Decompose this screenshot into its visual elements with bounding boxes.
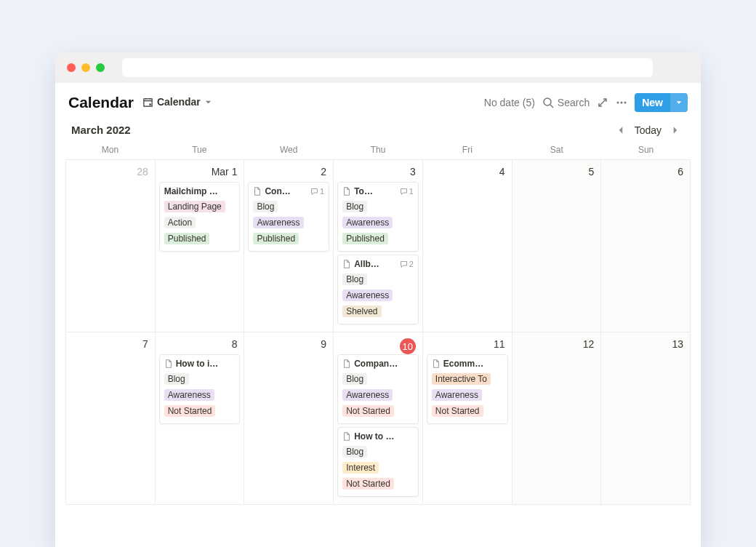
day-cell[interactable]: 12 xyxy=(512,332,602,505)
dow-wed: Wed xyxy=(244,142,334,159)
page-icon xyxy=(342,359,351,368)
view-switcher[interactable]: Calendar xyxy=(141,93,214,112)
no-date-filter[interactable]: No date (5) xyxy=(484,97,535,108)
dow-sat: Sat xyxy=(512,142,601,159)
search-label: Search xyxy=(558,97,590,108)
svg-rect-0 xyxy=(149,103,150,105)
page-icon xyxy=(342,432,351,441)
page-icon xyxy=(432,359,441,368)
prev-month-button[interactable] xyxy=(616,125,626,135)
day-cell[interactable]: 8 How to i…BlogAwarenessNot Started xyxy=(156,332,245,505)
maximize-window-button[interactable] xyxy=(96,63,105,72)
event-card[interactable]: Allb…2BlogAwarenessShelved xyxy=(337,255,419,324)
day-number: 6 xyxy=(605,164,686,182)
event-card[interactable]: Con…1BlogAwarenessPublished xyxy=(248,182,329,252)
event-card[interactable]: To…1BlogAwarenessPublished xyxy=(337,182,419,252)
event-title: Mailchimp … xyxy=(164,186,236,196)
dow-thu: Thu xyxy=(334,142,423,159)
more-icon[interactable] xyxy=(616,97,627,108)
svg-point-4 xyxy=(621,102,623,104)
tag-blog: Blog xyxy=(253,201,278,212)
tag-blog: Blog xyxy=(342,446,367,458)
day-cell[interactable]: 4 xyxy=(423,160,512,332)
day-number: 28 xyxy=(70,164,151,182)
page-toolbar: Calendar Calendar No date (5) Search New xyxy=(55,83,701,119)
dow-sun: Sun xyxy=(601,142,691,159)
event-title: Allb… xyxy=(354,259,397,269)
page-title: Calendar xyxy=(68,94,134,111)
comment-count: 2 xyxy=(400,260,414,268)
day-number: 13 xyxy=(605,337,686,354)
day-number: 2 xyxy=(248,164,329,182)
tag-interest: Interest xyxy=(342,462,379,474)
tag-awareness: Awareness xyxy=(432,389,482,401)
tag-blog: Blog xyxy=(342,201,367,212)
day-cell[interactable]: 3 To…1BlogAwarenessPublished Allb…2BlogA… xyxy=(334,160,423,332)
event-card[interactable]: Compan…BlogAwarenessNot Started xyxy=(337,354,419,424)
month-nav: March 2022 Today xyxy=(55,119,701,142)
view-label: Calendar xyxy=(157,96,201,108)
close-window-button[interactable] xyxy=(67,63,76,72)
month-label: March 2022 xyxy=(71,124,131,136)
new-button-dropdown[interactable] xyxy=(670,93,688,112)
day-cell[interactable]: Mar 1 Mailchimp …Landing PageActionPubli… xyxy=(156,160,245,332)
comment-count: 1 xyxy=(310,187,324,196)
dow-mon: Mon xyxy=(65,142,155,159)
day-number: Mar 1 xyxy=(159,164,241,182)
day-cell[interactable]: 10 Compan…BlogAwarenessNot Started How t… xyxy=(334,332,423,505)
tag-int-tool: Interactive To xyxy=(432,373,491,385)
event-title: Con… xyxy=(265,186,307,196)
comment-icon xyxy=(400,188,408,196)
search-button[interactable]: Search xyxy=(542,97,590,108)
chevron-down-icon xyxy=(204,98,212,106)
app-window: Calendar Calendar No date (5) Search New… xyxy=(55,52,701,547)
svg-point-1 xyxy=(544,98,551,105)
page-icon xyxy=(342,260,351,268)
weekday-header: Mon Tue Wed Thu Fri Sat Sun xyxy=(55,142,701,159)
tag-awareness: Awareness xyxy=(342,217,393,228)
expand-icon[interactable] xyxy=(597,97,608,108)
tag-blog: Blog xyxy=(164,373,189,385)
event-card[interactable]: Mailchimp …Landing PageActionPublished xyxy=(159,182,241,252)
tag-awareness: Awareness xyxy=(342,389,393,401)
minimize-window-button[interactable] xyxy=(81,63,90,72)
svg-point-5 xyxy=(624,102,627,104)
day-cell[interactable]: 6 xyxy=(601,160,691,332)
page-icon xyxy=(253,187,262,196)
svg-point-3 xyxy=(617,102,619,104)
tag-landing: Landing Page xyxy=(164,201,225,212)
today-button[interactable]: Today xyxy=(630,124,666,136)
event-title: Ecomm… xyxy=(443,359,503,369)
tag-awareness: Awareness xyxy=(342,290,393,301)
tag-awareness: Awareness xyxy=(164,389,214,401)
day-number: 4 xyxy=(427,164,508,182)
today-badge: 10 xyxy=(400,338,416,354)
tag-notstarted: Not Started xyxy=(432,405,483,417)
page-icon xyxy=(164,359,173,368)
url-bar[interactable] xyxy=(122,58,653,77)
dow-tue: Tue xyxy=(155,142,244,159)
dow-fri: Fri xyxy=(422,142,512,159)
search-icon xyxy=(542,97,554,108)
tag-shelved: Shelved xyxy=(342,306,381,317)
day-cell[interactable]: 13 xyxy=(601,332,691,505)
tag-notstarted: Not Started xyxy=(164,405,216,417)
day-number: 5 xyxy=(516,164,598,182)
day-cell[interactable]: 2 Con…1BlogAwarenessPublished xyxy=(244,160,334,332)
event-card[interactable]: How to …BlogInterestNot Started xyxy=(337,427,419,497)
next-month-button[interactable] xyxy=(670,125,680,135)
day-number: 11 xyxy=(427,337,508,354)
day-cell[interactable]: 5 xyxy=(512,160,602,332)
day-number: 12 xyxy=(516,337,598,354)
day-cell[interactable]: 11 Ecomm…Interactive ToAwarenessNot Star… xyxy=(423,332,512,505)
tag-published: Published xyxy=(164,233,210,244)
comment-icon xyxy=(400,260,408,268)
new-button[interactable]: New xyxy=(635,93,670,112)
day-cell[interactable]: 7 xyxy=(66,332,156,505)
event-title: How to i… xyxy=(176,359,236,369)
day-cell[interactable]: 9 xyxy=(244,332,334,505)
event-card[interactable]: How to i…BlogAwarenessNot Started xyxy=(159,354,241,424)
day-cell[interactable]: 28 xyxy=(66,160,156,332)
event-card[interactable]: Ecomm…Interactive ToAwarenessNot Started xyxy=(427,354,508,424)
tag-blog: Blog xyxy=(342,373,367,385)
